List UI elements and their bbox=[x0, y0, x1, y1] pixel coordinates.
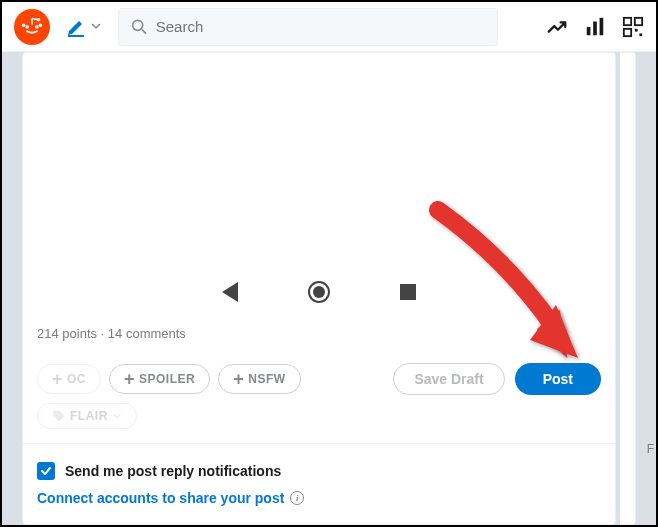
oc-tag: + OC bbox=[37, 364, 101, 394]
create-post-dropdown[interactable] bbox=[58, 13, 110, 41]
sidebar-sliver bbox=[620, 52, 636, 525]
check-icon bbox=[40, 465, 52, 477]
search-box[interactable] bbox=[118, 8, 498, 46]
chevron-down-icon bbox=[112, 411, 122, 421]
chevron-down-icon bbox=[90, 18, 102, 36]
connect-accounts-link[interactable]: Connect accounts to share your post i bbox=[37, 490, 601, 506]
svg-rect-15 bbox=[635, 28, 638, 31]
svg-point-7 bbox=[133, 20, 143, 30]
reply-notifications-checkbox[interactable] bbox=[37, 462, 55, 480]
tag-row: + OC + SPOILER + NSFW Save Draft Post bbox=[23, 353, 615, 403]
notifications-section: Send me post reply notifications Connect… bbox=[23, 444, 615, 524]
flair-tag: FLAIR bbox=[37, 403, 137, 429]
svg-rect-12 bbox=[624, 17, 631, 24]
popular-icon[interactable] bbox=[546, 16, 568, 38]
post-button[interactable]: Post bbox=[515, 363, 601, 395]
media-controls bbox=[23, 281, 615, 303]
record-icon[interactable] bbox=[308, 281, 330, 303]
svg-point-1 bbox=[35, 25, 39, 29]
stop-icon[interactable] bbox=[400, 284, 416, 300]
tag-icon bbox=[52, 409, 66, 423]
svg-point-5 bbox=[39, 23, 43, 27]
search-icon bbox=[131, 18, 148, 36]
svg-rect-13 bbox=[635, 17, 642, 24]
tag-label: OC bbox=[67, 372, 86, 386]
plus-icon: + bbox=[124, 370, 135, 388]
preview-area: 214 points · 14 comments bbox=[23, 53, 615, 353]
top-header bbox=[2, 2, 656, 52]
play-previous-icon[interactable] bbox=[222, 282, 238, 302]
pencil-icon bbox=[66, 17, 86, 37]
svg-line-8 bbox=[142, 29, 146, 33]
post-composer-card: 214 points · 14 comments + OC + SPOILER … bbox=[22, 52, 616, 525]
svg-rect-14 bbox=[624, 28, 631, 35]
search-input[interactable] bbox=[156, 18, 485, 35]
svg-rect-16 bbox=[639, 33, 642, 36]
post-stats: 214 points · 14 comments bbox=[37, 326, 186, 341]
svg-point-4 bbox=[22, 23, 26, 27]
save-draft-button[interactable]: Save Draft bbox=[393, 363, 504, 395]
svg-point-0 bbox=[25, 25, 29, 29]
cut-off-text: F bbox=[647, 442, 654, 456]
reply-notifications-label: Send me post reply notifications bbox=[65, 463, 281, 479]
reddit-logo[interactable] bbox=[14, 9, 50, 45]
plus-icon: + bbox=[233, 370, 244, 388]
svg-rect-9 bbox=[587, 27, 591, 35]
info-icon: i bbox=[290, 491, 304, 505]
svg-rect-6 bbox=[68, 35, 84, 37]
page-background: 214 points · 14 comments + OC + SPOILER … bbox=[2, 52, 656, 525]
spoiler-tag[interactable]: + SPOILER bbox=[109, 364, 210, 394]
plus-icon: + bbox=[52, 370, 63, 388]
connect-label: Connect accounts to share your post bbox=[37, 490, 284, 506]
tag-label: FLAIR bbox=[70, 409, 108, 423]
tag-label: SPOILER bbox=[139, 372, 195, 386]
svg-rect-10 bbox=[593, 21, 597, 35]
nsfw-tag[interactable]: + NSFW bbox=[218, 364, 300, 394]
qr-icon[interactable] bbox=[622, 16, 644, 38]
all-icon[interactable] bbox=[584, 16, 606, 38]
tag-label: NSFW bbox=[248, 372, 285, 386]
svg-rect-11 bbox=[600, 17, 604, 34]
